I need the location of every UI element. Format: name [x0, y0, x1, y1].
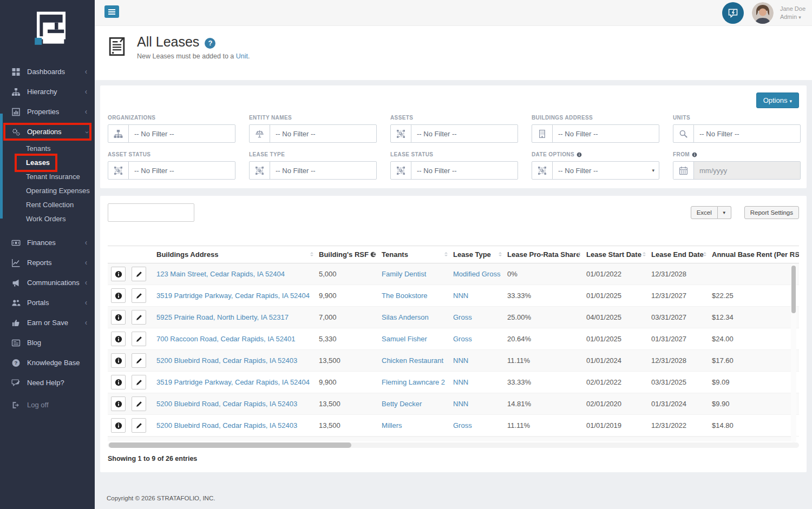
column-header-lease-pro-rata-share[interactable]: Lease Pro-Rata Share — [504, 246, 583, 263]
row-edit-button[interactable] — [132, 267, 146, 281]
row-edit-button[interactable] — [132, 396, 146, 411]
sidebar-item-work-orders[interactable]: Work Orders — [0, 212, 95, 226]
sidebar-item-knowledge-base[interactable]: Knowledge Base — [0, 353, 95, 373]
horizontal-scrollbar[interactable] — [108, 442, 799, 448]
row-info-button[interactable] — [111, 353, 126, 368]
row-edit-button[interactable] — [132, 310, 146, 325]
asset-status-filter-input[interactable] — [129, 162, 235, 179]
row-edit-button[interactable] — [132, 375, 146, 389]
unit-link[interactable]: Unit — [236, 52, 248, 60]
units-filter-input[interactable] — [694, 125, 800, 142]
sidebar-item-operations[interactable]: Operations ‹ — [0, 122, 95, 142]
sidebar-item-communications[interactable]: Communications ‹ — [0, 273, 95, 293]
lease-type-link[interactable]: Gross — [453, 335, 472, 343]
building-address-link[interactable]: 5200 Bluebird Road, Cedar Rapids, IA 524… — [156, 421, 297, 429]
tenant-link[interactable]: Betty Decker — [382, 400, 422, 408]
date-options-select[interactable]: -- No Filter -- ▾ — [553, 162, 659, 179]
report-settings-button[interactable]: Report Settings — [744, 206, 799, 219]
row-info-button[interactable] — [111, 375, 126, 389]
row-info-button[interactable] — [111, 396, 126, 411]
column-header-annual-base-rent[interactable]: Annual Base Rent (Per RSF) — [709, 246, 799, 263]
assets-filter-input[interactable] — [411, 125, 518, 142]
sidebar-item-leases[interactable]: Leases — [0, 156, 95, 170]
tenant-link[interactable]: Millers — [382, 421, 402, 429]
row-edit-button[interactable] — [132, 353, 146, 368]
sort-icon[interactable] — [373, 250, 376, 258]
sort-icon[interactable] — [499, 250, 502, 258]
lease-type-filter-input[interactable] — [270, 162, 376, 179]
row-info-button[interactable] — [111, 332, 126, 346]
horizontal-scrollbar-thumb[interactable] — [109, 442, 351, 448]
organizations-filter-input[interactable] — [129, 125, 235, 142]
sort-icon[interactable] — [310, 250, 313, 258]
sidebar-item-need-help[interactable]: Need Help? — [0, 373, 95, 393]
column-header-buildings-rsf[interactable]: Building's RSF — [316, 246, 378, 263]
sidebar-item-log-off[interactable]: Log off — [0, 395, 95, 415]
lease-type-link[interactable]: NNN — [453, 356, 468, 365]
lease-type-link[interactable]: NNN — [453, 378, 468, 386]
sidebar-item-rent-collection[interactable]: Rent Collection — [0, 198, 95, 212]
lease-type-link[interactable]: Gross — [453, 421, 472, 429]
column-header-tenants[interactable]: Tenants — [378, 246, 450, 263]
building-address-link[interactable]: 3519 Partridge Parkway, Cedar Rapids, IA… — [156, 292, 310, 300]
sort-icon[interactable] — [703, 250, 706, 258]
row-info-button[interactable] — [111, 418, 126, 433]
table-search-input[interactable] — [108, 203, 194, 222]
support-chat-button[interactable] — [722, 2, 744, 24]
tenant-link[interactable]: Family Dentist — [382, 270, 426, 278]
sidebar-item-dashboards[interactable]: Dashboards ‹ — [0, 62, 95, 82]
sidebar-item-earn-or-save[interactable]: Earn or Save ‹ — [0, 313, 95, 333]
building-address-link[interactable]: 123 Main Street, Cedar Rapids, IA 52404 — [156, 270, 285, 278]
tenant-link[interactable]: Chicken Restaurant — [382, 356, 443, 365]
sidebar-item-portals[interactable]: Portals ‹ — [0, 293, 95, 313]
row-info-button[interactable] — [111, 288, 126, 303]
row-edit-button[interactable] — [132, 418, 146, 433]
row-info-button[interactable] — [111, 310, 126, 325]
column-header-lease-type[interactable]: Lease Type — [450, 246, 504, 263]
vertical-scrollbar[interactable] — [791, 264, 796, 442]
lease-type-link[interactable]: NNN — [453, 400, 468, 408]
sort-icon[interactable] — [643, 250, 646, 258]
sidebar-item-operating-expenses[interactable]: Operating Expenses — [0, 184, 95, 198]
tenant-link[interactable]: Fleming Lawncare 2 — [382, 378, 445, 386]
sort-icon[interactable] — [578, 250, 581, 258]
building-address-link[interactable]: 5200 Bluebird Road, Cedar Rapids, IA 524… — [156, 356, 297, 365]
sidebar-item-finances[interactable]: Finances ‹ — [0, 233, 95, 253]
tenant-link[interactable]: Silas Anderson — [382, 313, 429, 321]
options-button[interactable]: Options▾ — [756, 92, 799, 108]
row-edit-button[interactable] — [132, 332, 146, 346]
sidebar-item-properties[interactable]: Properties ‹ — [0, 102, 95, 122]
lease-type-link[interactable]: Modified Gross — [453, 270, 500, 278]
entity-names-filter-input[interactable] — [270, 125, 376, 142]
sidebar-item-tenants[interactable]: Tenants — [0, 142, 95, 156]
column-header-buildings-address[interactable]: Buildings Address — [153, 246, 316, 263]
column-header-lease-end-date[interactable]: Lease End Date — [648, 246, 709, 263]
building-address-link[interactable]: 5925 Prairie Road, North Liberty, IA 523… — [156, 313, 289, 321]
building-address-link[interactable]: 5200 Bluebird Road, Cedar Rapids, IA 524… — [156, 400, 297, 408]
sidebar-toggle-button[interactable] — [104, 5, 119, 18]
lease-status-filter-input[interactable] — [411, 162, 518, 179]
row-edit-button[interactable] — [132, 288, 146, 303]
sort-icon[interactable] — [444, 250, 448, 258]
sidebar-item-reports[interactable]: Reports ‹ — [0, 253, 95, 273]
sidebar-item-hierarchy[interactable]: Hierarchy ‹ — [0, 82, 95, 102]
buildings-address-filter-input[interactable] — [553, 125, 659, 142]
sidebar-item-tenant-insurance[interactable]: Tenant Insurance — [0, 170, 95, 184]
excel-export-button[interactable]: Excel — [691, 206, 718, 219]
tenant-link[interactable]: The Bookstore — [382, 292, 428, 300]
from-date-input[interactable] — [694, 162, 800, 179]
user-menu[interactable]: Jane Doe Admin ▾ — [780, 5, 806, 21]
user-avatar[interactable] — [752, 2, 774, 24]
vertical-scrollbar-thumb[interactable] — [791, 266, 796, 313]
building-address-link[interactable]: 3519 Partridge Parkway, Cedar Rapids, IA… — [156, 378, 310, 386]
sidebar-item-blog[interactable]: Blog — [0, 333, 95, 353]
lease-type-link[interactable]: Gross — [453, 313, 472, 321]
excel-export-caret-button[interactable]: ▼ — [718, 206, 731, 219]
tenant-link[interactable]: Samuel Fisher — [382, 335, 427, 343]
column-header-lease-start-date[interactable]: Lease Start Date — [583, 246, 648, 263]
help-icon[interactable]: ? — [205, 38, 215, 49]
sort-icon[interactable] — [794, 250, 797, 258]
row-info-button[interactable] — [111, 267, 126, 281]
building-address-link[interactable]: 700 Raccoon Road, Cedar Rapids, IA 52401 — [156, 335, 296, 343]
lease-type-link[interactable]: NNN — [453, 292, 468, 300]
